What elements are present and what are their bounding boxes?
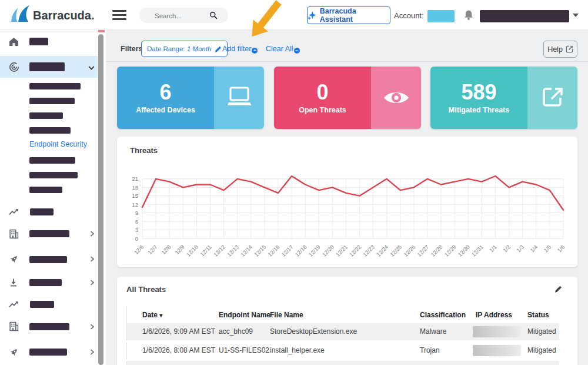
submenu-item-redacted[interactable] [29,112,63,119]
mitigated-threats-card[interactable]: 589 Mitigated Threats [430,67,577,129]
sidebar-group-label-redacted[interactable] [29,62,65,71]
hamburger-menu-icon[interactable] [112,10,126,20]
svg-text:12/10: 12/10 [185,244,199,258]
sidebar-scrollbar-thumb[interactable] [98,34,103,365]
account-name-redacted[interactable] [427,10,455,22]
table-row-partial[interactable] [126,361,559,365]
cell-status: Mitigated [527,323,556,340]
chevron-right-icon[interactable] [89,256,96,263]
sidebar-item-redacted[interactable] [29,323,69,330]
submenu-item-redacted[interactable] [29,157,75,164]
svg-text:12/8: 12/8 [161,244,172,256]
sidebar-item-redacted[interactable] [30,208,54,215]
barracuda-logo: Barracuda. [6,4,106,25]
sidebar-item-redacted[interactable] [30,301,54,308]
svg-text:3: 3 [135,227,138,233]
svg-text:12/9: 12/9 [174,244,186,256]
submenu-item-redacted[interactable] [29,127,71,134]
download-icon[interactable] [9,278,18,287]
trending-up-icon[interactable] [9,207,19,215]
all-threats-card: All Threats Date ▾ Endpoint Name File Na… [117,277,577,365]
home-icon[interactable] [9,37,19,47]
cell-ip-redacted [473,345,521,356]
sidebar-item-endpoint-security[interactable]: Endpoint Security [29,140,87,148]
chevron-right-icon[interactable] [89,230,96,237]
sidebar-item-redacted[interactable] [29,256,67,263]
chevron-right-icon[interactable] [89,279,96,286]
column-header-date[interactable]: Date ▾ [142,311,162,319]
svg-text:1/6: 1/6 [556,244,566,253]
svg-text:12/22: 12/22 [348,244,362,258]
svg-text:12/13: 12/13 [226,244,240,258]
user-menu-caret-icon[interactable] [573,14,579,17]
cell-date: 1/6/2026, 9:09 AM EST [142,323,215,340]
radar-icon[interactable] [9,62,19,72]
svg-text:12/25: 12/25 [389,244,403,258]
rocket-icon[interactable] [9,347,19,357]
svg-text:12/17: 12/17 [280,244,295,258]
divider [106,61,588,62]
barracuda-assistant-button[interactable]: Barracuda Assistant [307,6,390,24]
column-header-endpoint[interactable]: Endpoint Name [219,311,270,319]
submenu-item-redacted[interactable] [29,98,75,104]
search-icon[interactable] [209,11,218,19]
svg-text:12/11: 12/11 [199,244,213,257]
pencil-icon[interactable] [214,45,222,53]
svg-text:12/30: 12/30 [457,244,471,258]
submenu-item-redacted[interactable] [29,83,81,89]
endpoint-security-dashboard: Barracuda. Barracuda Assistant Account: [0,0,588,365]
chevron-down-icon[interactable] [88,64,95,72]
svg-text:12/21: 12/21 [335,244,349,258]
submenu-item-redacted[interactable] [29,187,62,193]
svg-text:15: 15 [132,193,138,199]
search-input[interactable] [153,9,212,22]
sidebar-nav: Endpoint Security [0,29,106,365]
submenu-item-redacted[interactable] [29,172,78,178]
cell-file: StoreDesktopExtension.exe [270,323,357,340]
trending-up-icon[interactable] [9,300,19,308]
svg-text:12/6: 12/6 [133,244,145,256]
top-bar: Barracuda. Barracuda Assistant Account: [0,0,588,30]
column-header-status[interactable]: Status [527,311,549,319]
chevron-right-icon[interactable] [89,349,96,356]
column-header-file[interactable]: File Name [270,311,303,319]
chevron-right-icon[interactable] [89,323,96,330]
open-threats-card[interactable]: 0 Open Threats [274,67,421,129]
clear-all-button[interactable]: Clear All− [266,45,300,53]
column-header-classification[interactable]: Classification [420,311,466,319]
column-header-ip[interactable]: IP Address [476,311,512,319]
sidebar-item-redacted[interactable] [29,349,67,356]
svg-text:21: 21 [132,175,138,182]
svg-text:12/28: 12/28 [430,244,444,258]
cell-file: install_helper.exe [270,342,325,359]
user-menu-redacted[interactable] [480,10,569,22]
edit-pencil-icon[interactable] [554,285,562,293]
table-row[interactable]: 1/6/2026, 8:08 AM ESTU1-SS-FILES02instal… [126,342,559,359]
date-range-filter-chip[interactable]: Date Range: 1 Month [141,41,228,57]
cell-endpoint: acc_bhc09 [219,323,253,340]
sidebar-item-redacted[interactable] [29,38,48,45]
building-icon[interactable] [9,321,19,331]
sidebar-item-redacted[interactable] [29,230,69,237]
building-icon[interactable] [9,229,19,239]
svg-text:12/16: 12/16 [267,244,281,258]
svg-text:1/4: 1/4 [529,244,539,253]
sidebar-item-redacted[interactable] [29,279,62,286]
svg-text:12/12: 12/12 [212,244,226,258]
affected-devices-card[interactable]: 6 Affected Devices [117,67,264,129]
help-button[interactable]: Help [543,41,577,58]
search-box[interactable] [139,8,228,23]
notification-bell-icon[interactable] [463,9,474,21]
help-label: Help [547,45,563,54]
table-header-row: Date ▾ Endpoint Name File Name Classific… [126,306,559,324]
add-filter-button[interactable]: Add filter+ [222,45,258,53]
minus-circle-icon: − [294,48,300,54]
sort-desc-icon: ▾ [159,312,162,318]
cell-status: Mitigated [527,342,556,359]
svg-text:12/23: 12/23 [362,244,376,258]
rocket-icon[interactable] [9,254,19,264]
laptop-icon [225,86,253,110]
svg-text:1/5: 1/5 [543,244,552,253]
svg-text:12/7: 12/7 [147,244,159,256]
table-row[interactable]: 1/6/2026, 9:09 AM ESTacc_bhc09StoreDeskt… [126,323,559,340]
